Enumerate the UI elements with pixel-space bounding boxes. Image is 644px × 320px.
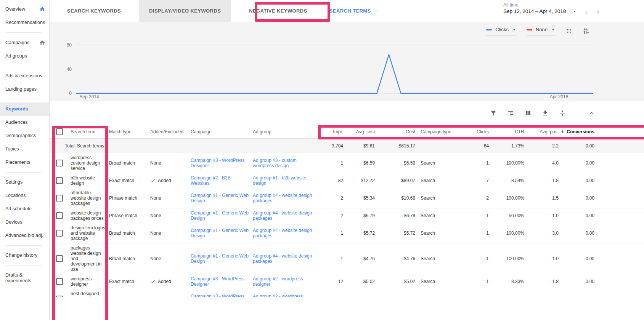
search-term-cell: packages website design and development … [71,243,109,274]
sidebar-item-overview[interactable]: Overview [0,2,49,16]
sidebar-item-audiences[interactable]: Audiences [0,116,49,129]
ad-group-link[interactable]: Ad group #4 - website design packages [253,193,314,203]
sidebar-item-locations[interactable]: Locations [0,189,49,202]
sidebar-item-ads-extensions[interactable]: Ads & extensions [0,69,49,83]
chart-settings-icon[interactable] [583,27,590,35]
campaign-link[interactable]: Campaign #1 - Generic Web Design [191,253,249,264]
sidebar-item-devices[interactable]: Devices [0,216,49,229]
date-prev-button[interactable] [583,8,590,17]
col-header-ad-group[interactable]: Ad group [253,125,318,138]
ctr-cell: 100.00% [489,153,524,173]
clicks-cell: 1 [461,274,489,289]
col-header-match-type[interactable]: Match type [109,125,150,138]
sidebar-item-advanced-bid-adj[interactable]: Advanced bid adj. [0,229,49,242]
svg-text:0: 0 [69,91,72,96]
col-header-avg-cost[interactable]: Avg. cost [343,125,375,138]
col-header-conversions[interactable]: Conversions [559,125,594,138]
added-excluded-cell[interactable]: None [150,188,191,208]
row-checkbox[interactable] [56,230,63,237]
tab-search-keywords[interactable]: SEARCH KEYWORDS [57,0,131,22]
added-excluded-cell[interactable]: None [150,289,191,297]
sidebar-item-change-history[interactable]: Change history [0,249,49,262]
campaign-link[interactable]: Campaign #1 - Generic Web Design [191,193,249,203]
campaign-link[interactable]: Campaign #3 - WordPress Designer [191,276,249,287]
row-checkbox[interactable] [56,255,63,262]
date-next-button[interactable] [594,8,602,17]
fullscreen-icon[interactable] [565,27,573,35]
tab-search-terms[interactable]: SEARCH TERMS [320,0,389,22]
col-header-added-excluded[interactable]: Added/Excluded [150,125,191,138]
added-excluded-cell[interactable]: Added [150,173,191,188]
col-header-campaign[interactable]: Campaign [191,125,253,138]
sidebar-item-demographics[interactable]: Demographics [0,129,49,142]
col-header-avg-pos[interactable]: Avg. pos. [524,125,559,138]
sidebar-item-campaigns[interactable]: Campaigns [0,36,49,50]
cost-cell: $6.59 [375,153,415,173]
sidebar-item-drafts-experiments[interactable]: Drafts & experiments [0,269,49,288]
sidebar-item-topics[interactable]: Topics [0,142,49,156]
svg-text:Apr 2018: Apr 2018 [550,94,569,99]
total-cost: $615.17 [375,139,415,153]
download-icon[interactable] [542,110,549,117]
segment-icon[interactable] [507,109,514,117]
col-header-ctr[interactable]: CTR [489,125,524,138]
impr-cell: 1 [318,289,343,297]
campaign-link[interactable]: Campaign #2 - B2B Websites [191,175,249,186]
sidebar-item-settings[interactable]: Settings [0,176,49,189]
col-header-campaign-type[interactable]: Campaign type [415,125,461,138]
col-header-cost[interactable]: Cost [375,125,415,138]
tab-negative-keywords[interactable]: NEGATIVE KEYWORDS [239,0,317,22]
match-type-cell: Exact match [109,173,150,188]
sidebar-item-ad-groups[interactable]: Ad groups [0,50,49,63]
campaign-link[interactable]: Campaign #1 - Generic Web Design [191,228,249,238]
row-checkbox[interactable] [56,160,63,166]
campaign-link[interactable]: Campaign #3 - WordPress Designer [191,294,249,297]
col-header-impr[interactable]: Impr. [318,125,343,138]
collapse-table-icon[interactable] [588,110,595,117]
ad-group-link[interactable]: Ad group #4 - website design packages [253,228,314,238]
columns-icon[interactable] [525,110,532,117]
search-term-cell: wordpress designer [71,274,109,289]
clicks-cell: 2 [461,188,489,208]
check-icon [150,279,156,284]
metric-selector-none[interactable]: None [527,27,556,35]
ad-group-link[interactable]: Ad group #4 - website design packages [253,210,314,221]
total-clicks: 64 [461,139,489,153]
added-excluded-cell[interactable]: None [150,153,191,173]
added-excluded-cell[interactable]: None [150,223,191,243]
ad-group-link[interactable]: Ad group #2 - wordpress designer [253,276,314,287]
sidebar-item-recommendations[interactable]: Recommendations [0,16,49,29]
added-excluded-cell[interactable]: Added [150,274,191,289]
row-checkbox[interactable] [56,177,63,184]
ad-group-link[interactable]: Ad group #3 - custom wordpress design [253,158,314,168]
sidebar-item-keywords[interactable]: Keywords [0,102,49,116]
select-all-checkbox[interactable] [56,128,63,135]
added-excluded-cell[interactable]: None [150,208,191,223]
tab-label: DISPLAY/VIDEO KEYWORDS [149,8,221,14]
ctr-cell: 8.33% [489,274,524,289]
sidebar-item-placements[interactable]: Placements [0,156,49,169]
campaign-link[interactable]: Campaign #1 - Generic Web Design [191,210,249,221]
ad-group-link[interactable]: Ad group #1 - b2b website design [253,175,314,186]
row-checkbox[interactable] [56,296,63,297]
col-header-search-term[interactable]: Search term [71,125,109,138]
second-series-swatch [527,29,532,30]
col-header-clicks[interactable]: Clicks [461,125,489,138]
ad-group-link[interactable]: Ad group #4 - website design packages [253,253,314,264]
expand-rows-icon[interactable] [559,110,566,117]
tab-display-video-keywords[interactable]: DISPLAY/VIDEO KEYWORDS [139,0,231,22]
sidebar-item-label: Ad groups [5,53,45,59]
ad-group-link[interactable]: Ad group #2 - wordpress designer [253,294,314,297]
filter-icon[interactable] [490,110,497,117]
sidebar-item-landing-pages[interactable]: Landing pages [0,83,49,96]
added-excluded-cell[interactable]: None [150,243,191,274]
toolbar-divider [577,108,577,118]
conversions-cell: 0.00 [559,223,594,243]
row-checkbox[interactable] [56,278,63,285]
campaign-link[interactable]: Campaign #3 - WordPress Designer [191,158,249,168]
sidebar-item-ad-schedule[interactable]: Ad schedule [0,202,49,216]
date-range-picker[interactable]: All time Sep 12, 2014 – Apr 4, 2018 [503,2,602,17]
row-checkbox[interactable] [56,212,63,219]
row-checkbox[interactable] [56,195,63,202]
metric-selector-clicks[interactable]: Clicks [486,27,517,35]
